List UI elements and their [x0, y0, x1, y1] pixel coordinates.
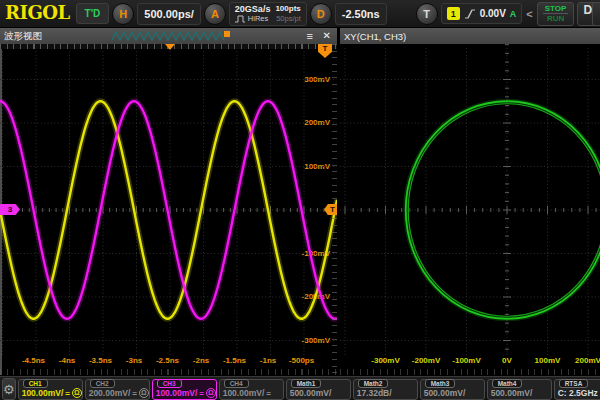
collapse-chevron-icon[interactable]: <	[525, 8, 533, 20]
v-axis-label: 200mV	[304, 118, 330, 128]
math2-box[interactable]: Math2 17.32dB/	[353, 379, 418, 400]
channel-box-ch2[interactable]: CH2 200.00mV/=Ω	[85, 379, 150, 400]
top-toolbar: RIGOL T'D H 500.00ps/ A 20GSa/s HiRes 10…	[0, 0, 600, 28]
waveform-traces	[0, 44, 337, 375]
oscilloscope-screen: RIGOL T'D H 500.00ps/ A 20GSa/s HiRes 10…	[0, 0, 600, 400]
trace-CH1	[0, 101, 337, 318]
trigger-position-flag[interactable]: T	[318, 44, 332, 58]
xy-display-area[interactable]: -300mV -200mV -100mV 0V 100mV 200mV	[340, 44, 600, 375]
math4-box[interactable]: Math4 500.00mV/	[487, 379, 552, 400]
ch3-ground-marker[interactable]: 3	[0, 204, 20, 215]
xy-graticule	[340, 45, 600, 355]
channel-box-ch4[interactable]: CH4 100.00mV/=	[219, 379, 284, 400]
v-axis-label: -300mV	[302, 336, 330, 346]
impedance-icon: Ω	[72, 388, 82, 398]
coupling-icon: =	[65, 389, 70, 398]
trace-glow-CH1	[0, 101, 337, 318]
bottom-status-bar: ⚙ CH1 100.00mV/=Ω CH2 200.00mV/=Ω CH3 10…	[0, 376, 600, 400]
math3-box[interactable]: Math3 500.00mV/	[420, 379, 485, 400]
preview-marker[interactable]	[224, 31, 230, 37]
xy-axis-label: -200mV	[404, 356, 448, 365]
waveform-display-area[interactable]: 300mV 200mV 100mV -100mV -200mV -300mV -…	[0, 44, 337, 375]
timebase-center-marker[interactable]	[165, 44, 175, 50]
run-label: RUN	[547, 14, 564, 23]
waveform-view-titlebar[interactable]: 波形视图 ≡ ✕	[0, 28, 337, 44]
timebase-value[interactable]: 500.00ps/	[137, 3, 201, 25]
waveform-view-title: 波形视图	[4, 30, 42, 43]
trigger-status-badge: T'D	[76, 3, 110, 24]
settings-gear-button[interactable]: ⚙	[2, 378, 16, 400]
partial-toolbar-button[interactable]	[592, 2, 600, 26]
trigger-source-chip: 1	[447, 7, 460, 20]
xy-view-titlebar[interactable]: XY(CH1, CH3)	[340, 28, 600, 44]
impedance-icon: Ω	[206, 388, 216, 398]
delay-value[interactable]: -2.50ns	[335, 3, 387, 25]
xy-trace-ellipse	[406, 101, 600, 319]
rtsa-box[interactable]: RTSA C: 2.5GHz	[554, 379, 600, 400]
close-icon[interactable]: ✕	[323, 29, 331, 43]
trigger-knob-button[interactable]: T	[416, 3, 438, 25]
trigger-level-value: 0.00V	[480, 8, 506, 19]
xy-trace-ellipse-inner	[408, 104, 600, 317]
xy-axis-label: 100mV	[526, 356, 570, 365]
graticule	[0, 48, 337, 355]
channel-box-ch1[interactable]: CH1 100.00mV/=Ω	[18, 379, 83, 400]
channel-tab: CH3	[157, 379, 182, 388]
xy-trace	[340, 44, 600, 375]
xy-axis-label: 0V	[485, 356, 529, 365]
sample-interval: 50ps/pt	[275, 14, 300, 24]
channel-tab: CH1	[23, 379, 48, 388]
xy-axis-label: -100mV	[445, 356, 489, 365]
t-axis-label: -500ps	[280, 356, 324, 365]
delay-knob-button[interactable]: D	[310, 3, 332, 25]
acquisition-info[interactable]: 20GSa/s HiRes 100pts 50ps/pt	[229, 2, 307, 26]
acquire-knob-button[interactable]: A	[204, 3, 226, 25]
bottom-tick-ruler	[0, 369, 337, 375]
xy-view-title: XY(CH1, CH3)	[344, 31, 406, 42]
trigger-info[interactable]: 1 0.00V A	[441, 3, 523, 24]
rising-edge-icon	[464, 8, 476, 20]
acquire-mode: HiRes	[235, 14, 271, 24]
menu-icon[interactable]: ≡	[307, 29, 313, 43]
waveform-preview-strip[interactable]	[112, 30, 232, 42]
trigger-level-marker[interactable]: T	[324, 204, 337, 215]
v-axis-label: 300mV	[304, 75, 330, 85]
channel-box-ch3[interactable]: CH3 100.00mV/=Ω	[152, 379, 217, 400]
impedance-icon: Ω	[139, 388, 149, 398]
xy-axis-label: -300mV	[364, 356, 408, 365]
channel-tab: CH4	[224, 379, 249, 388]
stop-label: STOP	[543, 4, 569, 14]
channel-tab: CH2	[90, 379, 115, 388]
coupling-icon: =	[132, 389, 137, 398]
coupling-icon: =	[266, 389, 271, 398]
rigol-logo: RIGOL	[2, 2, 73, 25]
sample-rate: 20GSa/s	[235, 4, 271, 14]
trigger-sweep-mode: A	[510, 9, 517, 19]
stop-run-button[interactable]: STOP RUN	[537, 2, 575, 26]
trace-glow-CH3	[0, 101, 337, 318]
v-axis-label: -200mV	[302, 292, 330, 302]
pulse-icon	[235, 15, 246, 23]
bottom-tick-ruler	[340, 369, 600, 375]
v-axis-label: -100mV	[302, 249, 330, 259]
trace-CH3	[0, 101, 337, 318]
horizontal-knob-button[interactable]: H	[112, 3, 134, 25]
gear-icon: ⚙	[3, 382, 15, 397]
xy-trace-glow	[406, 101, 600, 319]
coupling-icon: =	[199, 389, 204, 398]
xy-axis-label: 200mV	[566, 356, 600, 365]
math1-box[interactable]: Math1 500.00mV/	[286, 379, 351, 400]
memory-depth: 100pts	[275, 4, 300, 14]
v-axis-label: 100mV	[304, 162, 330, 172]
